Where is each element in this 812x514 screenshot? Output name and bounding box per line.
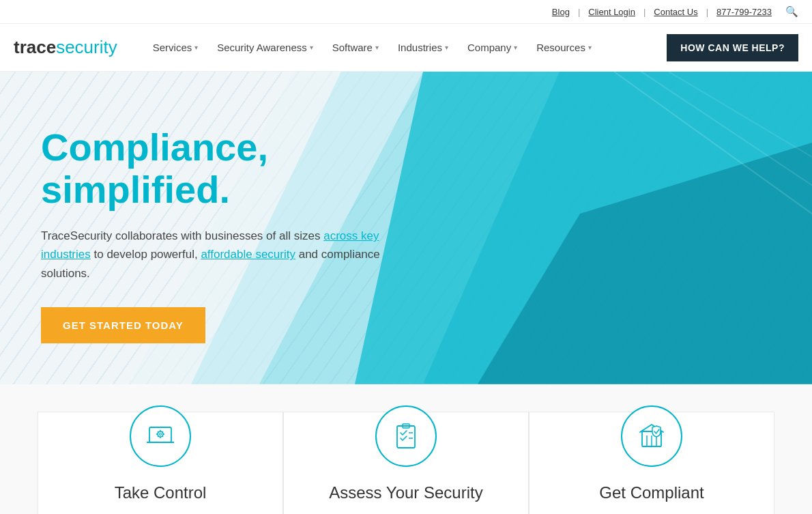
nav-item-resources[interactable]: Resources ▾ — [528, 36, 600, 59]
take-control-icon-wrap — [130, 405, 191, 467]
hero-body-mid: to develop powerful, — [91, 248, 201, 261]
assess-security-icon-wrap — [375, 405, 437, 467]
get-compliant-icon-wrap — [621, 405, 682, 467]
svg-point-10 — [160, 433, 162, 435]
phone-link[interactable]: 877-799-7233 — [716, 7, 772, 17]
cards-section: Take Control Optimize your operation wit… — [0, 384, 812, 514]
how-can-we-help-button[interactable]: HOW CAN WE HELP? — [667, 34, 798, 61]
caret-icon: ▾ — [514, 44, 517, 51]
nav-item-software[interactable]: Software ▾ — [324, 36, 387, 59]
sep3: | — [706, 7, 708, 17]
card-take-control-title: Take Control — [66, 483, 255, 502]
card-assess-title: Assess Your Security — [311, 483, 501, 502]
nav-links: Services ▾ Security Awareness ▾ Software… — [145, 36, 667, 59]
laptop-gear-icon — [145, 420, 176, 452]
sep1: | — [578, 7, 580, 17]
search-icon[interactable]: 🔍 — [785, 5, 798, 18]
sep2: | — [643, 7, 646, 17]
blog-link[interactable]: Blog — [552, 7, 570, 17]
caret-icon: ▾ — [445, 44, 448, 51]
checklist-icon — [390, 420, 422, 452]
nav-item-company[interactable]: Company ▾ — [459, 36, 525, 59]
hero-body: TraceSecurity collaborates with business… — [41, 227, 409, 283]
logo-security: security — [56, 37, 117, 57]
logo[interactable]: tracesecurity — [14, 37, 117, 58]
caret-icon: ▾ — [375, 44, 379, 51]
logo-trace: trace — [14, 37, 56, 57]
hero-section: Compliance, simplified. TraceSecurity co… — [0, 72, 812, 384]
hero-body-start: TraceSecurity collaborates with business… — [41, 229, 323, 242]
hero-heading: Compliance, simplified. — [41, 126, 409, 210]
contact-us-link[interactable]: Contact Us — [654, 7, 697, 17]
caret-icon: ▾ — [310, 44, 313, 51]
client-login-link[interactable]: Client Login — [588, 7, 635, 17]
get-started-button[interactable]: GET STARTED TODAY — [41, 307, 205, 343]
navbar: tracesecurity Services ▾ Security Awaren… — [0, 24, 812, 72]
nav-item-security-awareness[interactable]: Security Awareness ▾ — [209, 36, 321, 59]
card-get-compliant: Get Compliant We've helped companies com… — [529, 412, 774, 514]
affordable-security-link[interactable]: affordable security — [201, 248, 295, 261]
top-bar: Blog | Client Login | Contact Us | 877-7… — [0, 0, 812, 24]
card-compliant-title: Get Compliant — [557, 483, 746, 502]
building-shield-icon — [636, 420, 667, 452]
card-assess-security: Assess Your Security No company wants to… — [283, 412, 529, 514]
caret-icon: ▾ — [194, 44, 198, 51]
card-take-control: Take Control Optimize your operation wit… — [38, 412, 283, 514]
nav-item-services[interactable]: Services ▾ — [145, 36, 207, 59]
nav-item-industries[interactable]: Industries ▾ — [390, 36, 456, 59]
hero-content: Compliance, simplified. TraceSecurity co… — [0, 72, 450, 384]
caret-icon: ▾ — [588, 44, 592, 51]
